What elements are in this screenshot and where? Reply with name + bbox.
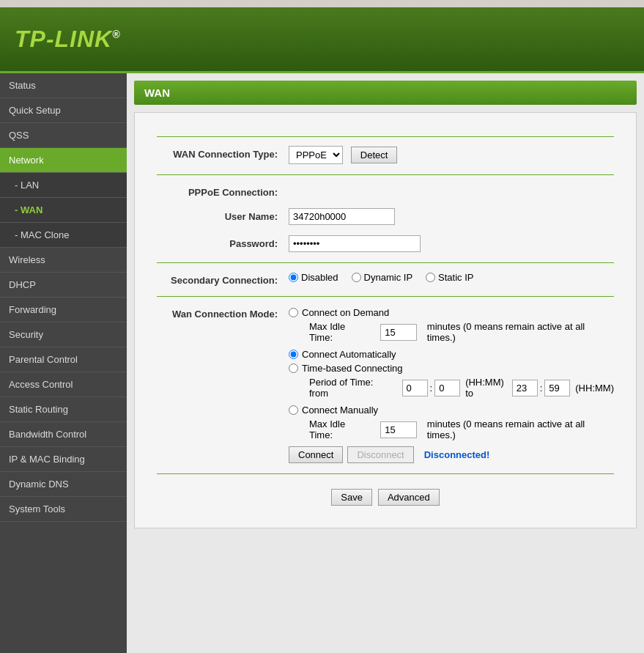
section-divider-2 [157, 262, 614, 263]
sidebar-item-wan[interactable]: - WAN [0, 198, 127, 223]
advanced-button[interactable]: Advanced [378, 489, 440, 506]
time-from-minute-input[interactable] [434, 380, 460, 396]
wan-connection-type-row: WAN Connection Type: PPPoE Detect [157, 146, 614, 164]
connect-automatically-item: Connect Automatically [289, 349, 614, 360]
connect-manually-radio[interactable] [289, 405, 298, 415]
detect-button[interactable]: Detect [351, 147, 398, 163]
section-divider-1 [157, 174, 614, 175]
wan-connection-mode-label: Wan Connection Mode: [157, 306, 289, 320]
disconnected-status: Disconnected! [424, 449, 490, 460]
time-based-connecting-item: Time-based Connecting [289, 363, 614, 374]
secondary-static-radio[interactable] [426, 273, 435, 282]
time-from-inputs: : (HH:MM) to : (HH:MM) [402, 377, 614, 399]
username-row: User Name: [157, 208, 614, 225]
sidebar-item-dhcp[interactable]: DHCP [0, 273, 127, 298]
sidebar-item-access-control[interactable]: Access Control [0, 372, 127, 397]
sidebar-item-forwarding[interactable]: Forwarding [0, 298, 127, 322]
username-control [289, 208, 614, 225]
max-idle-time-row-2: Max Idle Time: minutes (0 means remain a… [289, 418, 614, 440]
secondary-disabled-label[interactable]: Disabled [289, 272, 338, 283]
top-divider [157, 136, 614, 137]
time-from-hour-input[interactable] [402, 380, 428, 396]
pppoe-connection-row: PPPoE Connection: [157, 184, 614, 198]
pppoe-connection-label: PPPoE Connection: [157, 184, 289, 198]
connect-button[interactable]: Connect [289, 446, 343, 463]
main-content: WAN WAN Connection Type: PPPoE Detect PP… [127, 73, 644, 653]
password-control [289, 235, 614, 252]
secondary-dynamic-radio[interactable] [352, 273, 361, 282]
save-button[interactable]: Save [331, 489, 372, 506]
sidebar-item-network[interactable]: Network [0, 148, 127, 173]
max-idle-time-input-2[interactable] [380, 421, 417, 438]
connect-on-demand-item: Connect on Demand [289, 307, 614, 318]
wan-connection-type-control: PPPoE Detect [289, 146, 614, 164]
sidebar-item-status[interactable]: Status [0, 73, 127, 98]
sidebar-item-parental-control[interactable]: Parental Control [0, 347, 127, 372]
time-period-row: Period of Time: from : (HH:MM) to : (HH:… [289, 377, 614, 399]
sidebar-item-quick-setup[interactable]: Quick Setup [0, 98, 127, 123]
wan-connection-type-label: WAN Connection Type: [157, 146, 289, 160]
secondary-static-label[interactable]: Static IP [426, 272, 473, 283]
sidebar-item-ip-mac-binding[interactable]: IP & MAC Binding [0, 447, 127, 472]
username-input[interactable] [289, 208, 395, 225]
sidebar-item-static-routing[interactable]: Static Routing [0, 397, 127, 422]
sidebar-item-bandwidth-control[interactable]: Bandwidth Control [0, 422, 127, 447]
bottom-buttons-row: Save Advanced [157, 489, 614, 506]
sidebar-item-wireless[interactable]: Wireless [0, 248, 127, 273]
connect-on-demand-radio[interactable] [289, 308, 298, 317]
wan-connection-type-select[interactable]: PPPoE [289, 146, 343, 164]
page-title: WAN [134, 81, 637, 105]
wan-connection-mode-control: Connect on Demand Max Idle Time: minutes… [289, 307, 614, 463]
content-area: WAN Connection Type: PPPoE Detect PPPoE … [134, 112, 637, 528]
secondary-disabled-radio[interactable] [289, 273, 298, 282]
secondary-connection-label: Secondary Connection: [157, 272, 289, 286]
logo: TP-LINK® [15, 26, 121, 53]
secondary-connection-row: Secondary Connection: Disabled Dynamic I… [157, 272, 614, 286]
section-divider-3 [157, 296, 614, 297]
sidebar-item-dynamic-dns[interactable]: Dynamic DNS [0, 472, 127, 497]
layout: Status Quick Setup QSS Network - LAN - W… [0, 73, 644, 653]
disconnect-button: Disconnect [347, 446, 413, 463]
sidebar-item-lan[interactable]: - LAN [0, 173, 127, 198]
username-label: User Name: [157, 208, 289, 222]
max-idle-time-row-1: Max Idle Time: minutes (0 means remain a… [289, 321, 614, 343]
sidebar-item-qss[interactable]: QSS [0, 123, 127, 148]
password-row: Password: [157, 235, 614, 252]
wan-connection-mode-row: Wan Connection Mode: Connect on Demand M… [157, 306, 614, 463]
sidebar-item-security[interactable]: Security [0, 322, 127, 347]
sidebar-item-system-tools[interactable]: System Tools [0, 497, 127, 522]
password-label: Password: [157, 235, 289, 249]
sidebar-item-mac-clone[interactable]: - MAC Clone [0, 223, 127, 248]
secondary-connection-control: Disabled Dynamic IP Static IP [289, 272, 614, 283]
sidebar: Status Quick Setup QSS Network - LAN - W… [0, 73, 127, 653]
connection-buttons-row: Connect Disconnect Disconnected! [289, 446, 614, 463]
time-based-radio[interactable] [289, 364, 298, 373]
bottom-divider [157, 473, 614, 474]
secondary-dynamic-label[interactable]: Dynamic IP [352, 272, 412, 283]
header: TP-LINK® [0, 7, 644, 73]
max-idle-time-input-1[interactable] [380, 324, 417, 341]
time-to-hour-input[interactable] [512, 380, 538, 396]
time-to-minute-input[interactable] [544, 380, 570, 396]
connect-manually-item: Connect Manually [289, 405, 614, 416]
secondary-options: Disabled Dynamic IP Static IP [289, 272, 614, 283]
password-input[interactable] [289, 235, 421, 252]
connect-automatically-radio[interactable] [289, 350, 298, 359]
